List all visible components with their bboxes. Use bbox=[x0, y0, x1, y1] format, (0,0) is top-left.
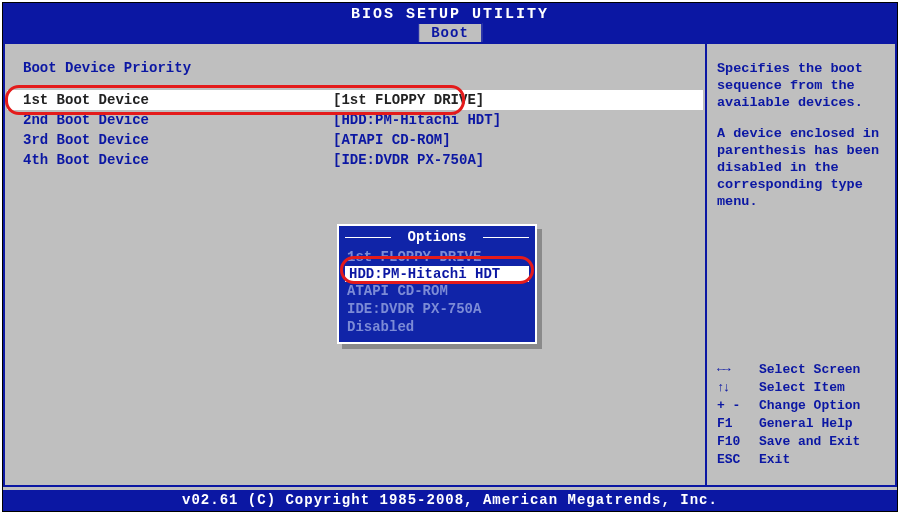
help-line: Specifies the boot sequence from the ava… bbox=[717, 60, 885, 111]
boot-device-value: [HDD:PM-Hitachi HDT] bbox=[333, 110, 501, 130]
key-label: F10 bbox=[717, 433, 759, 451]
options-popup: Options 1st FLOPPY DRIVE HDD:PM-Hitachi … bbox=[337, 224, 537, 344]
key-desc: Change Option bbox=[759, 397, 860, 415]
help-text: Specifies the boot sequence from the ava… bbox=[717, 60, 885, 214]
boot-device-row-1[interactable]: 1st Boot Device [1st FLOPPY DRIVE] bbox=[7, 90, 703, 110]
footer: v02.61 (C) Copyright 1985-2008, American… bbox=[3, 490, 897, 511]
main-panel: Boot Device Priority 1st Boot Device [1s… bbox=[5, 44, 707, 485]
boot-device-row-4[interactable]: 4th Boot Device [IDE:DVDR PX-750A] bbox=[23, 150, 687, 170]
help-panel: Specifies the boot sequence from the ava… bbox=[707, 44, 895, 485]
arrows-lr-icon bbox=[717, 361, 759, 379]
boot-device-label: 1st Boot Device bbox=[23, 90, 333, 110]
boot-device-row-3[interactable]: 3rd Boot Device [ATAPI CD-ROM] bbox=[23, 130, 687, 150]
boot-device-value: [ATAPI CD-ROM] bbox=[333, 130, 451, 150]
boot-device-label: 3rd Boot Device bbox=[23, 130, 333, 150]
key-desc: General Help bbox=[759, 415, 853, 433]
key-desc: Exit bbox=[759, 451, 790, 469]
help-line: A device enclosed in parenthesis has bee… bbox=[717, 125, 885, 210]
boot-device-label: 2nd Boot Device bbox=[23, 110, 333, 130]
body-area: Boot Device Priority 1st Boot Device [1s… bbox=[3, 43, 897, 487]
boot-device-label: 4th Boot Device bbox=[23, 150, 333, 170]
boot-device-value: [1st FLOPPY DRIVE] bbox=[333, 90, 484, 110]
option-item[interactable]: Disabled bbox=[339, 318, 535, 336]
section-title: Boot Device Priority bbox=[23, 60, 687, 76]
boot-device-value: [IDE:DVDR PX-750A] bbox=[333, 150, 484, 170]
key-help: Select Screen Select Item + -Change Opti… bbox=[717, 361, 885, 469]
boot-device-row-2[interactable]: 2nd Boot Device [HDD:PM-Hitachi HDT] bbox=[23, 110, 687, 130]
title-bar: BIOS SETUP UTILITY bbox=[3, 3, 897, 23]
key-desc: Select Item bbox=[759, 379, 845, 397]
option-item[interactable]: 1st FLOPPY DRIVE bbox=[339, 248, 535, 266]
bios-screen: BIOS SETUP UTILITY Boot Boot Device Prio… bbox=[2, 2, 898, 512]
key-label: F1 bbox=[717, 415, 759, 433]
option-item-selected[interactable]: HDD:PM-Hitachi HDT bbox=[345, 266, 529, 282]
options-title: Options bbox=[339, 226, 535, 248]
key-desc: Save and Exit bbox=[759, 433, 860, 451]
tab-row: Boot bbox=[3, 23, 897, 43]
option-item[interactable]: IDE:DVDR PX-750A bbox=[339, 300, 535, 318]
key-desc: Select Screen bbox=[759, 361, 860, 379]
key-label: + - bbox=[717, 397, 759, 415]
arrows-ud-icon bbox=[717, 379, 759, 397]
option-item[interactable]: ATAPI CD-ROM bbox=[339, 282, 535, 300]
tab-boot[interactable]: Boot bbox=[418, 23, 482, 42]
key-label: ESC bbox=[717, 451, 759, 469]
